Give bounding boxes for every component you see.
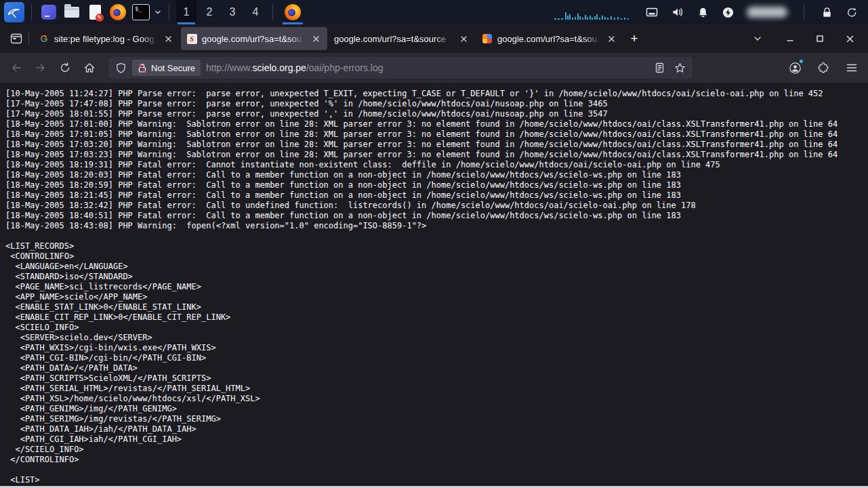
firefox-view-icon bbox=[10, 33, 22, 44]
workspace-2[interactable]: 2 bbox=[199, 0, 220, 24]
account-button[interactable] bbox=[784, 57, 806, 79]
tab-title: google.com/url?sa=t&sou bbox=[202, 34, 305, 44]
pinwheel-favicon bbox=[482, 34, 492, 43]
home-icon bbox=[83, 62, 96, 74]
close-icon bbox=[312, 35, 320, 43]
url-text: http://www.scielo.org.pe/oai/php-errors.… bbox=[206, 62, 649, 73]
workspace-3[interactable]: 3 bbox=[222, 0, 243, 24]
maximize-icon bbox=[816, 35, 824, 43]
folder-icon bbox=[64, 7, 79, 18]
app-launcher-file-manager[interactable] bbox=[62, 2, 82, 22]
tab-close-button[interactable] bbox=[162, 33, 174, 45]
kali-menu-button[interactable] bbox=[4, 2, 24, 22]
page-content: [10-May-2005 11:24:27] PHP Parse error: … bbox=[0, 83, 868, 486]
back-button[interactable] bbox=[5, 57, 27, 79]
firefox-icon bbox=[285, 4, 301, 20]
system-monitor-graph[interactable] bbox=[553, 9, 633, 20]
firefox-icon bbox=[110, 4, 126, 20]
workspace-4[interactable]: 4 bbox=[245, 0, 266, 24]
terminal-icon: $_ bbox=[132, 4, 150, 20]
shield-icon[interactable] bbox=[115, 62, 127, 74]
tab-close-button[interactable] bbox=[605, 33, 617, 45]
url-bar[interactable]: Not Secure http://www.scielo.org.pe/oai/… bbox=[108, 57, 693, 79]
reload-button[interactable] bbox=[54, 57, 76, 79]
forward-arrow-icon bbox=[35, 62, 47, 74]
bookmark-star-icon[interactable] bbox=[674, 62, 686, 74]
minimize-button[interactable] bbox=[780, 30, 800, 47]
app-launcher-text-editor[interactable] bbox=[85, 2, 105, 22]
maximize-button[interactable] bbox=[810, 30, 830, 47]
insecure-lock-icon bbox=[138, 63, 147, 73]
google-favicon: G bbox=[39, 33, 49, 44]
not-secure-label: Not Secure bbox=[151, 63, 195, 73]
os-taskbar: $_ 1 2 3 4 bbox=[0, 0, 868, 24]
scielo-favicon: S bbox=[187, 34, 197, 44]
hamburger-menu-icon bbox=[846, 63, 857, 73]
new-tab-button[interactable]: + bbox=[624, 28, 644, 49]
lock-screen-icon[interactable] bbox=[821, 6, 833, 19]
taskbar-separator bbox=[272, 4, 273, 20]
power-manager-icon[interactable] bbox=[722, 6, 735, 19]
logout-icon[interactable] bbox=[846, 6, 859, 19]
puzzle-piece-icon bbox=[817, 62, 829, 74]
browser-tab-strip: G site:pe filetype:log - Goog S google.c… bbox=[0, 24, 868, 53]
url-domain: scielo.org.pe bbox=[253, 62, 306, 73]
toolbar-right-icons bbox=[784, 57, 863, 79]
app-launcher-terminal[interactable]: $_ bbox=[131, 2, 151, 22]
extensions-button[interactable] bbox=[812, 57, 834, 79]
home-button[interactable] bbox=[79, 57, 100, 79]
taskbar-separator bbox=[169, 4, 169, 20]
sync-notification-dot bbox=[799, 59, 804, 64]
reload-icon bbox=[59, 62, 71, 74]
system-tray bbox=[553, 4, 864, 20]
notifications-bell-icon[interactable] bbox=[697, 6, 709, 19]
chevron-down-icon bbox=[753, 34, 762, 43]
tab-close-button[interactable] bbox=[457, 33, 470, 45]
tray-separator bbox=[804, 4, 804, 20]
log-file-text: [10-May-2005 11:24:27] PHP Parse error: … bbox=[0, 83, 868, 486]
tab-title: google.com/url?sa=t&sou bbox=[497, 34, 600, 44]
display-icon[interactable] bbox=[645, 5, 659, 19]
firefox-view-button[interactable] bbox=[5, 28, 27, 49]
list-all-tabs-button[interactable] bbox=[747, 28, 768, 49]
back-arrow-icon bbox=[10, 62, 22, 74]
volume-icon[interactable] bbox=[671, 5, 684, 19]
app-launcher-files[interactable] bbox=[39, 2, 59, 22]
close-icon bbox=[165, 35, 172, 43]
taskbar-separator bbox=[31, 4, 32, 20]
app-launcher-firefox[interactable] bbox=[108, 2, 128, 22]
url-scheme: http://www. bbox=[206, 62, 252, 73]
url-path: /oai/php-errors.log bbox=[306, 62, 384, 73]
tab-google-redirect[interactable]: google.com/url?sa=t&source bbox=[329, 27, 475, 50]
close-icon bbox=[608, 35, 615, 43]
purple-app-icon bbox=[41, 5, 56, 20]
blurred-tray-label bbox=[747, 7, 787, 18]
window-controls bbox=[780, 30, 863, 47]
workspace-1[interactable]: 1 bbox=[176, 0, 197, 24]
tab-scielo-log-active[interactable]: S google.com/url?sa=t&sou bbox=[181, 27, 327, 50]
close-icon bbox=[846, 35, 854, 43]
close-icon bbox=[460, 35, 468, 43]
browser-nav-toolbar: Not Secure http://www.scielo.org.pe/oai/… bbox=[0, 53, 868, 83]
kali-dragon-icon bbox=[7, 5, 22, 20]
reader-view-icon[interactable] bbox=[655, 62, 665, 73]
close-window-button[interactable] bbox=[840, 30, 860, 47]
tab-title: google.com/url?sa=t&source bbox=[334, 34, 453, 44]
terminal-dropdown-chevron-icon[interactable] bbox=[154, 8, 162, 16]
not-secure-chip[interactable]: Not Secure bbox=[132, 60, 201, 76]
tabstrip-separator bbox=[28, 31, 29, 46]
tab-google-search[interactable]: G site:pe filetype:log - Goog bbox=[33, 27, 180, 50]
minimize-icon bbox=[786, 35, 794, 43]
taskbar-firefox-window[interactable] bbox=[280, 0, 306, 24]
tab-close-button[interactable] bbox=[310, 33, 322, 45]
tab-title: site:pe filetype:log - Goog bbox=[54, 34, 157, 44]
forward-button[interactable] bbox=[30, 57, 51, 79]
menu-button[interactable] bbox=[841, 57, 863, 79]
document-edit-icon bbox=[89, 5, 101, 20]
tab-google-redirect-2[interactable]: google.com/url?sa=t&sou bbox=[476, 27, 623, 50]
